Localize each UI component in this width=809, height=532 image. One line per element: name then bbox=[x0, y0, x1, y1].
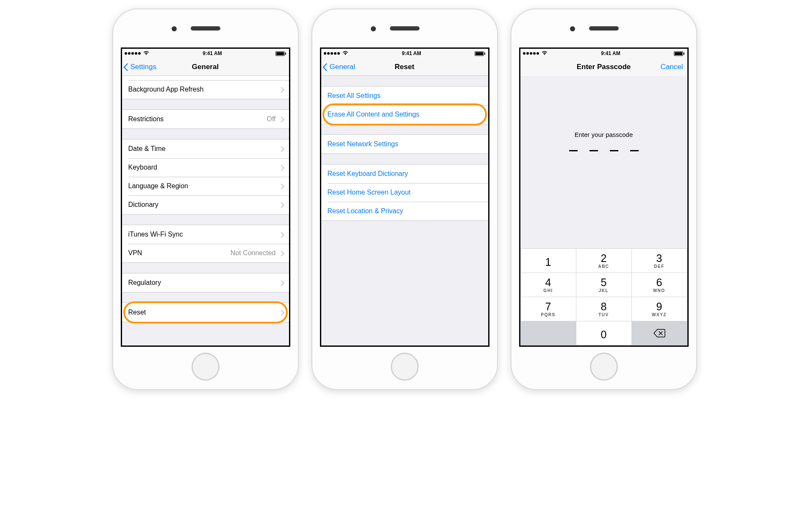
back-button[interactable]: Settings bbox=[125, 63, 156, 71]
row-reset-network-settings[interactable]: Reset Network Settings bbox=[321, 135, 488, 153]
row-right: Off bbox=[267, 115, 282, 123]
key-letters: JKL bbox=[599, 288, 609, 293]
row-label: Reset Keyboard Dictionary bbox=[328, 170, 408, 178]
keypad-5[interactable]: 5JKL bbox=[576, 273, 631, 297]
row-label: Reset bbox=[128, 309, 146, 316]
status-bar: 9:41 AM bbox=[321, 49, 488, 58]
row-label: Dictionary bbox=[128, 201, 158, 209]
row-label: Language & Region bbox=[128, 182, 188, 190]
chevron-right-icon bbox=[279, 165, 283, 170]
row-reset-home-screen-layout[interactable]: Reset Home Screen Layout bbox=[321, 183, 488, 202]
chevron-left-icon bbox=[125, 63, 130, 71]
key-number: 6 bbox=[656, 277, 662, 288]
passcode-dash bbox=[630, 150, 639, 151]
chevron-right-icon bbox=[279, 251, 283, 256]
row-keyboard[interactable]: Keyboard bbox=[122, 158, 289, 177]
keypad-2[interactable]: 2ABC bbox=[576, 249, 631, 273]
settings-group: iTunes Wi-Fi SyncVPNNot Connected bbox=[122, 225, 289, 263]
key-letters: DEF bbox=[654, 264, 664, 269]
home-button[interactable] bbox=[192, 353, 220, 381]
row-label: Erase All Content and Settings bbox=[328, 111, 420, 118]
row-right bbox=[279, 87, 283, 92]
row-storage-icloud-usage[interactable]: Storage & iCloud Usage bbox=[122, 76, 289, 80]
reset-content: Reset All SettingsErase All Content and … bbox=[321, 76, 488, 345]
row-dictionary[interactable]: Dictionary bbox=[122, 195, 289, 214]
status-bar: 9:41 AM bbox=[122, 49, 289, 58]
settings-group: Reset All SettingsErase All Content and … bbox=[321, 86, 488, 124]
battery-icon bbox=[674, 51, 684, 56]
chevron-right-icon bbox=[279, 87, 283, 92]
key-number: 2 bbox=[601, 253, 607, 264]
row-value: Off bbox=[267, 115, 275, 123]
status-time: 9:41 AM bbox=[203, 50, 222, 56]
row-vpn[interactable]: VPNNot Connected bbox=[122, 244, 289, 262]
chevron-right-icon bbox=[279, 202, 283, 208]
row-right bbox=[279, 184, 283, 189]
settings-group: Date & TimeKeyboardLanguage & RegionDict… bbox=[122, 139, 289, 214]
passcode-prompt: Enter your passcode bbox=[575, 131, 633, 138]
status-time: 9:41 AM bbox=[601, 50, 620, 56]
nav-bar: Enter Passcode Cancel bbox=[520, 58, 687, 76]
status-bar: 9:41 AM bbox=[520, 49, 687, 58]
keypad-1[interactable]: 1 bbox=[521, 249, 576, 273]
row-right: Not Connected bbox=[231, 249, 283, 257]
backspace-icon bbox=[653, 329, 665, 337]
row-restrictions[interactable]: RestrictionsOff bbox=[122, 110, 289, 128]
keypad-backspace[interactable] bbox=[632, 321, 687, 345]
passcode-area: Enter your passcode bbox=[520, 76, 687, 248]
keypad-4[interactable]: 4GHI bbox=[521, 273, 576, 297]
settings-group: Reset bbox=[122, 303, 289, 322]
row-label: Date & Time bbox=[128, 145, 166, 153]
signal-icon bbox=[523, 50, 548, 56]
home-button[interactable] bbox=[391, 353, 419, 381]
row-reset[interactable]: Reset bbox=[122, 303, 289, 322]
screen-passcode: 9:41 AM Enter Passcode Cancel Enter your… bbox=[519, 47, 689, 347]
row-itunes-wi-fi-sync[interactable]: iTunes Wi-Fi Sync bbox=[122, 225, 289, 244]
row-reset-keyboard-dictionary[interactable]: Reset Keyboard Dictionary bbox=[321, 164, 488, 183]
keypad-9[interactable]: 9WXYZ bbox=[632, 297, 687, 321]
settings-group: Regulatory bbox=[122, 273, 289, 292]
row-label: Restrictions bbox=[128, 115, 164, 123]
keypad-6[interactable]: 6MNO bbox=[632, 273, 687, 297]
row-right bbox=[279, 232, 283, 237]
keypad-3[interactable]: 3DEF bbox=[632, 249, 687, 273]
phone-speaker bbox=[191, 26, 220, 31]
keypad-8[interactable]: 8TUV bbox=[576, 297, 631, 321]
passcode-dash bbox=[610, 150, 618, 151]
row-date-time[interactable]: Date & Time bbox=[122, 139, 289, 158]
row-reset-all-settings[interactable]: Reset All Settings bbox=[321, 86, 488, 105]
back-button[interactable]: General bbox=[324, 63, 355, 71]
key-number: 8 bbox=[601, 301, 607, 312]
phone-passcode: 9:41 AM Enter Passcode Cancel Enter your… bbox=[511, 8, 697, 390]
row-erase-all-content-and-settings[interactable]: Erase All Content and Settings bbox=[321, 105, 488, 124]
settings-content: Storage & iCloud UsageBackground App Ref… bbox=[122, 76, 289, 345]
key-letters: WXYZ bbox=[652, 312, 667, 317]
signal-icon bbox=[324, 50, 348, 56]
row-label: Reset All Settings bbox=[328, 92, 381, 100]
row-language-region[interactable]: Language & Region bbox=[122, 177, 289, 195]
settings-group: Reset Keyboard DictionaryReset Home Scre… bbox=[321, 164, 488, 221]
key-number: 9 bbox=[656, 301, 662, 312]
row-reset-location-privacy[interactable]: Reset Location & Privacy bbox=[321, 202, 488, 220]
row-regulatory[interactable]: Regulatory bbox=[122, 273, 289, 292]
row-label: Keyboard bbox=[128, 164, 158, 171]
chevron-right-icon bbox=[279, 184, 283, 189]
key-number: 4 bbox=[545, 277, 551, 288]
row-label: Reset Network Settings bbox=[328, 140, 398, 148]
nav-bar: General Reset bbox=[321, 58, 488, 76]
keypad-0[interactable]: 0 bbox=[576, 321, 631, 345]
cancel-button[interactable]: Cancel bbox=[661, 63, 683, 71]
key-letters: MNO bbox=[653, 288, 665, 293]
passcode-field bbox=[569, 150, 639, 151]
row-label: Reset Location & Privacy bbox=[328, 207, 403, 215]
key-number: 5 bbox=[601, 277, 607, 288]
signal-icon bbox=[125, 50, 149, 56]
row-background-app-refresh[interactable]: Background App Refresh bbox=[122, 80, 289, 99]
chevron-right-icon bbox=[279, 310, 283, 315]
chevron-left-icon bbox=[324, 63, 329, 71]
home-button[interactable] bbox=[590, 353, 618, 381]
keypad-7[interactable]: 7PQRS bbox=[521, 297, 576, 321]
phone-camera bbox=[371, 26, 376, 31]
back-label: General bbox=[330, 63, 355, 71]
back-label: Settings bbox=[131, 63, 156, 71]
